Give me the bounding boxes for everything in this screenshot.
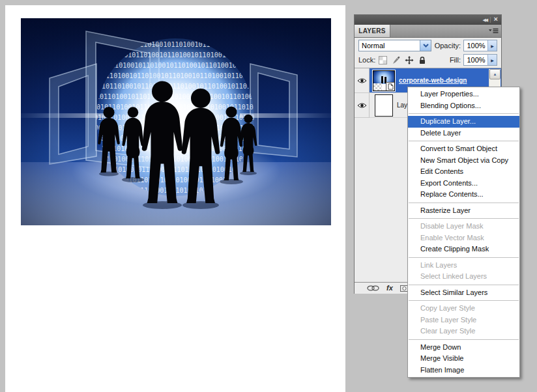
- panel-tab-bar: LAYERS: [355, 25, 501, 38]
- visibility-toggle[interactable]: [355, 93, 370, 118]
- menu-item-select-linked-layers: Select Linked Layers: [408, 271, 519, 283]
- eye-icon: [357, 77, 367, 84]
- fill-slider-arrow-icon[interactable]: ▶: [487, 55, 497, 65]
- document-area: 1001011010010110100101101001011010010110…: [5, 5, 345, 392]
- lock-label: Lock:: [358, 56, 375, 64]
- menu-separator: [409, 203, 519, 203]
- menu-item-select-similar-layers[interactable]: Select Similar Layers: [408, 287, 519, 299]
- menu-item-flatten-image[interactable]: Flatten Image: [408, 365, 519, 376]
- menu-item-link-layers: Link Layers: [408, 260, 519, 272]
- menu-separator: [409, 300, 519, 301]
- collapse-to-icons-icon[interactable]: ◀◀: [482, 18, 487, 22]
- layer-name[interactable]: corporate-web-design: [399, 77, 467, 84]
- menu-item-enable-vector-mask: Enable Vector Mask: [408, 232, 519, 244]
- menu-item-delete-layer[interactable]: Delete Layer: [408, 128, 519, 139]
- layer-context-menu: Layer Properties... Blending Options... …: [407, 87, 520, 378]
- close-panel-icon[interactable]: ×: [494, 16, 498, 23]
- menu-item-paste-layer-style: Paste Layer Style: [408, 315, 519, 326]
- transparency-checker: [373, 83, 382, 91]
- menu-item-layer-properties[interactable]: Layer Properties...: [408, 89, 519, 100]
- layer-thumbnail[interactable]: [375, 94, 393, 117]
- menu-item-blending-options[interactable]: Blending Options...: [408, 100, 519, 112]
- lock-transparency-icon[interactable]: [379, 56, 387, 64]
- menu-separator: [409, 339, 519, 340]
- panel-flyout-menu-icon[interactable]: [486, 25, 501, 37]
- layer-controls: Normal Opacity: 100% ▶ Lock:: [355, 38, 501, 68]
- menu-separator: [409, 257, 519, 258]
- lock-paint-brush-icon[interactable]: [392, 56, 400, 64]
- menu-item-new-smart-object-via-copy[interactable]: New Smart Object via Copy: [408, 155, 519, 167]
- opacity-value: 100%: [467, 42, 485, 49]
- opacity-input[interactable]: 100% ▶: [463, 40, 497, 51]
- opacity-label: Opacity:: [435, 42, 461, 49]
- menu-item-replace-contents[interactable]: Replace Contents...: [408, 189, 519, 201]
- menu-item-merge-down[interactable]: Merge Down: [408, 342, 519, 354]
- menu-item-edit-contents[interactable]: Edit Contents: [408, 166, 519, 178]
- titlebar-divider: |: [489, 17, 491, 23]
- menu-separator: [409, 218, 519, 219]
- menu-item-merge-visible[interactable]: Merge Visible: [408, 353, 519, 365]
- canvas-image[interactable]: 1001011010010110100101101001011010010110…: [21, 18, 331, 225]
- menu-separator: [409, 113, 519, 114]
- visibility-toggle[interactable]: [355, 68, 370, 93]
- add-layer-style-icon[interactable]: fx: [386, 285, 393, 292]
- menu-item-rasterize-layer[interactable]: Rasterize Layer: [408, 205, 519, 217]
- blend-mode-select[interactable]: Normal: [358, 40, 431, 51]
- smart-object-badge-icon: [386, 82, 394, 91]
- menu-item-create-clipping-mask[interactable]: Create Clipping Mask: [408, 244, 519, 255]
- menu-separator: [409, 141, 519, 141]
- blend-mode-value: Normal: [362, 42, 385, 49]
- menu-item-export-contents[interactable]: Export Contents...: [408, 178, 519, 189]
- menu-item-disable-layer-mask: Disable Layer Mask: [408, 221, 519, 232]
- menu-item-copy-layer-style: Copy Layer Style: [408, 303, 519, 315]
- panel-titlebar: ◀◀ | ×: [355, 15, 501, 25]
- opacity-slider-arrow-icon[interactable]: ▶: [487, 40, 497, 51]
- chevron-down-icon[interactable]: [420, 40, 431, 51]
- smart-object-thumbnail[interactable]: [373, 70, 395, 91]
- fill-value: 100%: [467, 56, 485, 64]
- lock-position-move-icon[interactable]: [405, 56, 414, 64]
- fill-input[interactable]: 100% ▶: [463, 54, 497, 66]
- scroll-up-icon[interactable]: ▲: [489, 69, 501, 79]
- menu-separator: [409, 285, 519, 285]
- menu-item-convert-to-smart-object[interactable]: Convert to Smart Object: [408, 143, 519, 155]
- flyout-menu-glyph: [489, 28, 499, 34]
- link-layers-icon[interactable]: [367, 285, 379, 291]
- tab-layers[interactable]: LAYERS: [355, 25, 390, 37]
- lock-all-padlock-icon[interactable]: [418, 56, 426, 64]
- menu-item-duplicate-layer[interactable]: Duplicate Layer...: [408, 116, 519, 128]
- corporate-web-design-artwork: 1001011010010110100101101001011010010110…: [21, 18, 331, 225]
- fill-label: Fill:: [450, 56, 461, 64]
- menu-item-clear-layer-style: Clear Layer Style: [408, 326, 519, 337]
- eye-icon: [357, 102, 367, 109]
